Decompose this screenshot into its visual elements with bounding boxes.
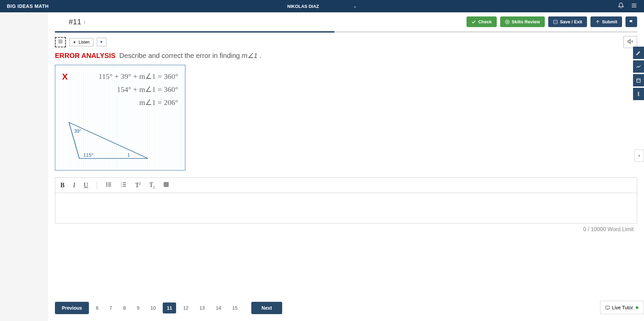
equation-2: 154° + m∠1 = 360°	[78, 85, 178, 94]
calendar-tool-icon[interactable]	[633, 74, 644, 86]
angle-top-label: 39°	[74, 128, 81, 134]
flag-button[interactable]	[625, 16, 637, 27]
question-number: #11	[69, 17, 81, 26]
accessibility-tool-icon[interactable]	[633, 88, 644, 100]
svg-point-14	[106, 186, 107, 187]
triangle-diagram: 39° 115° 1	[62, 117, 151, 162]
page-6[interactable]: 6	[92, 302, 103, 313]
toolbar-separator	[97, 181, 97, 189]
listen-label: Listen	[79, 40, 90, 45]
top-header: BIG IDEAS MATH NIKOLAS DIAZ ⌄	[0, 0, 644, 12]
angle-left-label: 115°	[83, 152, 93, 158]
svg-rect-21	[123, 182, 126, 183]
svg-rect-15	[108, 182, 111, 183]
progress-fill	[55, 31, 334, 33]
superscript-button[interactable]: T2	[135, 182, 141, 189]
svg-rect-23	[123, 186, 126, 187]
content-area: #11 i Check Skills Review Save / Exit Su…	[48, 12, 644, 321]
text-select-icon[interactable]	[55, 37, 66, 47]
svg-point-4	[506, 21, 508, 23]
word-limit: 0 / 10000 Word Limit	[58, 226, 634, 233]
live-tutor-button[interactable]: Live Tutor ●	[600, 301, 644, 314]
question-area: ERROR ANALYSIS Describe and correct the …	[48, 51, 644, 170]
svg-marker-9	[101, 40, 103, 43]
svg-point-12	[106, 182, 107, 183]
svg-marker-10	[69, 122, 148, 158]
svg-rect-29	[606, 306, 610, 309]
svg-point-13	[106, 184, 107, 185]
x-mark-icon: X	[62, 72, 68, 82]
prompt-prefix: Describe and correct the error in findin…	[119, 52, 242, 59]
angle-right-label: 1	[127, 152, 130, 158]
italic-button[interactable]: I	[73, 182, 75, 189]
equation-3: m∠1 = 206°	[78, 98, 178, 107]
save-exit-button[interactable]: Save / Exit	[548, 16, 587, 27]
brand-logo: BIG IDEAS MATH	[7, 3, 49, 9]
prompt-variable: m∠1	[242, 52, 257, 59]
equation-1: 115° + 39° + m∠1 = 360°	[78, 72, 178, 81]
page-12[interactable]: 12	[179, 302, 193, 313]
bell-icon[interactable]	[618, 2, 624, 10]
play-button[interactable]	[97, 38, 106, 46]
progress-bar	[55, 31, 637, 33]
svg-point-3	[505, 20, 509, 24]
bold-button[interactable]: B	[60, 182, 65, 189]
svg-rect-22	[123, 184, 126, 185]
live-tutor-label: Live Tutor	[612, 305, 633, 310]
page-13[interactable]: 13	[195, 302, 209, 313]
page-11[interactable]: 11	[163, 302, 176, 313]
hamburger-icon[interactable]	[631, 2, 637, 10]
problem-box: X 115° + 39° + m∠1 = 360° 154° + m∠1 = 3…	[55, 65, 185, 170]
subscript-button[interactable]: T2	[149, 181, 155, 189]
user-name: NIKOLAS DIAZ	[287, 4, 319, 9]
listen-row: Listen	[48, 33, 644, 51]
save-exit-label: Save / Exit	[560, 19, 582, 24]
bullet-list-button[interactable]	[106, 181, 112, 189]
underline-button[interactable]: U	[84, 182, 88, 189]
side-tools	[633, 47, 644, 100]
skills-review-button[interactable]: Skills Review	[500, 16, 545, 27]
info-icon[interactable]: i	[84, 19, 85, 25]
submit-button[interactable]: Submit	[590, 16, 622, 27]
page-9[interactable]: 9	[133, 302, 144, 313]
page-10[interactable]: 10	[146, 302, 160, 313]
svg-rect-31	[637, 79, 641, 82]
check-button[interactable]: Check	[467, 16, 496, 27]
svg-text:3: 3	[121, 185, 122, 187]
pencil-tool-icon[interactable]	[633, 47, 644, 59]
equations: 115° + 39° + m∠1 = 360° 154° + m∠1 = 360…	[78, 72, 178, 111]
graph-tool-icon[interactable]	[633, 60, 644, 73]
check-label: Check	[478, 19, 492, 24]
page-7[interactable]: 7	[105, 302, 116, 313]
next-button[interactable]: Next	[251, 302, 282, 314]
chevron-down-icon: ⌄	[353, 4, 357, 9]
svg-rect-16	[108, 184, 111, 185]
page-8[interactable]: 8	[119, 302, 130, 313]
skills-review-label: Skills Review	[512, 19, 540, 24]
svg-line-11	[69, 122, 79, 158]
error-analysis-label: ERROR ANALYSIS	[55, 52, 115, 59]
listen-button[interactable]: Listen	[69, 38, 93, 46]
editor-toolbar: B I U 123 T2 T2	[55, 177, 637, 193]
submit-label: Submit	[602, 19, 617, 24]
mute-button[interactable]	[623, 36, 637, 48]
question-prompt: ERROR ANALYSIS Describe and correct the …	[55, 51, 637, 60]
numbered-list-button[interactable]: 123	[120, 181, 127, 189]
expand-panel-button[interactable]	[634, 150, 644, 162]
user-dropdown[interactable]: NIKOLAS DIAZ ⌄	[287, 4, 357, 9]
sub-header: #11 i Check Skills Review Save / Exit Su…	[48, 12, 644, 31]
page-15[interactable]: 15	[228, 302, 242, 313]
page-14[interactable]: 14	[212, 302, 226, 313]
table-button[interactable]	[163, 182, 169, 189]
prompt-suffix: .	[257, 52, 261, 59]
svg-point-33	[638, 92, 639, 93]
answer-editor[interactable]	[55, 193, 637, 224]
svg-rect-17	[108, 186, 111, 186]
previous-button[interactable]: Previous	[55, 302, 89, 314]
svg-rect-24	[164, 182, 168, 187]
bottom-nav: Previous 6 7 8 9 10 11 12 13 14 15 Next	[48, 302, 644, 314]
